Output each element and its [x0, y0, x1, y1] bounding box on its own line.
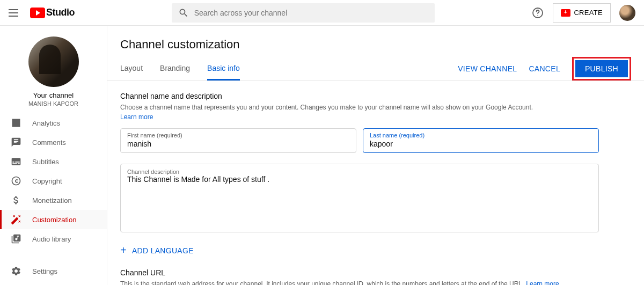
tabs: Layout Branding Basic info	[120, 57, 458, 81]
sidebar-item-customization[interactable]: Customization	[0, 210, 107, 229]
customization-icon	[11, 214, 21, 225]
cancel-button[interactable]: CANCEL	[529, 64, 560, 73]
sidebar-item-analytics[interactable]: Analytics	[0, 113, 107, 133]
settings-icon	[11, 266, 21, 276]
sidebar-item-label: Subtitles	[32, 158, 59, 166]
sidebar-item-label: Analytics	[32, 119, 60, 127]
youtube-play-icon	[30, 8, 45, 18]
first-name-label: First name (required)	[127, 132, 349, 138]
comments-icon	[11, 137, 21, 148]
last-name-input[interactable]	[370, 140, 592, 148]
search-container	[75, 3, 531, 23]
name-description-section: Channel name and description Choose a ch…	[107, 81, 612, 257]
channel-avatar	[28, 36, 79, 87]
tabs-row: Layout Branding Basic info VIEW CHANNEL …	[107, 57, 644, 81]
description-label: Channel description	[127, 169, 592, 175]
sidebar-item-copyright[interactable]: Copyright	[0, 171, 107, 191]
sidebar-item-audio-library[interactable]: Audio library	[0, 229, 107, 249]
search-input[interactable]	[194, 9, 428, 17]
app-header: Studio CREATE	[0, 0, 644, 26]
create-button[interactable]: CREATE	[553, 3, 611, 23]
channel-url-section: Channel URL This is the standard web add…	[107, 257, 612, 285]
section-title: Channel URL	[120, 268, 599, 277]
main-layout: Your channel MANISH KAPOOR Analytics Com…	[0, 26, 644, 285]
header-actions: CREATE	[531, 3, 635, 23]
last-name-field[interactable]: Last name (required)	[363, 128, 599, 153]
copyright-icon	[11, 176, 21, 186]
sidebar-item-settings[interactable]: Settings	[0, 261, 107, 281]
studio-logo[interactable]: Studio	[30, 7, 75, 18]
create-label: CREATE	[574, 9, 603, 17]
plus-icon: +	[120, 244, 127, 257]
record-icon	[561, 9, 570, 17]
learn-more-link[interactable]: Learn more	[120, 113, 153, 121]
sidebar-item-label: Customization	[32, 216, 76, 224]
page-actions: VIEW CHANNEL CANCEL PUBLISH	[458, 57, 631, 81]
sidebar-item-monetization[interactable]: Monetization	[0, 191, 107, 210]
your-channel-label: Your channel	[0, 91, 107, 99]
audio-library-icon	[11, 233, 21, 244]
channel-profile[interactable]: Your channel MANISH KAPOOR	[0, 26, 107, 113]
search-icon	[178, 8, 189, 18]
subtitles-icon	[11, 156, 21, 167]
section-description: Choose a channel name that represents yo…	[120, 104, 533, 111]
channel-description-field[interactable]: Channel description	[120, 164, 599, 232]
name-fields-row: First name (required) Last name (require…	[120, 128, 599, 153]
page-title: Channel customization	[107, 26, 644, 57]
search-box[interactable]	[172, 3, 435, 23]
first-name-input[interactable]	[127, 140, 349, 148]
sidebar: Your channel MANISH KAPOOR Analytics Com…	[0, 26, 107, 285]
tab-basic-info[interactable]: Basic info	[207, 57, 240, 81]
add-language-label: ADD LANGUAGE	[132, 246, 194, 255]
sidebar-item-label: Audio library	[32, 235, 71, 243]
section-title: Channel name and description	[120, 92, 599, 100]
tab-layout[interactable]: Layout	[120, 57, 143, 81]
sidebar-item-comments[interactable]: Comments	[0, 133, 107, 152]
channel-description-input[interactable]	[127, 175, 592, 223]
sidebar-item-label: Copyright	[32, 177, 62, 185]
section-description: This is the standard web address for you…	[120, 280, 524, 285]
sidebar-item-label: Settings	[32, 267, 57, 275]
sidebar-item-label: Monetization	[32, 196, 72, 204]
publish-highlight: PUBLISH	[572, 57, 631, 81]
sidebar-nav: Analytics Comments Subtitles Copyright M…	[0, 113, 107, 285]
last-name-label: Last name (required)	[370, 132, 592, 138]
hamburger-menu-icon[interactable]	[9, 6, 21, 19]
sidebar-item-subtitles[interactable]: Subtitles	[0, 152, 107, 171]
monetization-icon	[11, 195, 21, 206]
publish-button[interactable]: PUBLISH	[575, 60, 628, 77]
analytics-icon	[11, 118, 21, 128]
help-icon[interactable]	[531, 6, 544, 19]
main-content: Channel customization Layout Branding Ba…	[107, 26, 644, 285]
add-language-button[interactable]: + ADD LANGUAGE	[120, 244, 599, 257]
channel-name: MANISH KAPOOR	[0, 100, 107, 107]
sidebar-item-label: Comments	[32, 138, 66, 147]
svg-point-1	[538, 14, 539, 16]
tab-branding[interactable]: Branding	[160, 57, 190, 81]
user-avatar[interactable]	[619, 5, 635, 21]
view-channel-link[interactable]: VIEW CHANNEL	[458, 64, 517, 73]
learn-more-link[interactable]: Learn more	[526, 280, 559, 285]
first-name-field[interactable]: First name (required)	[120, 128, 356, 153]
logo-text: Studio	[46, 7, 75, 18]
